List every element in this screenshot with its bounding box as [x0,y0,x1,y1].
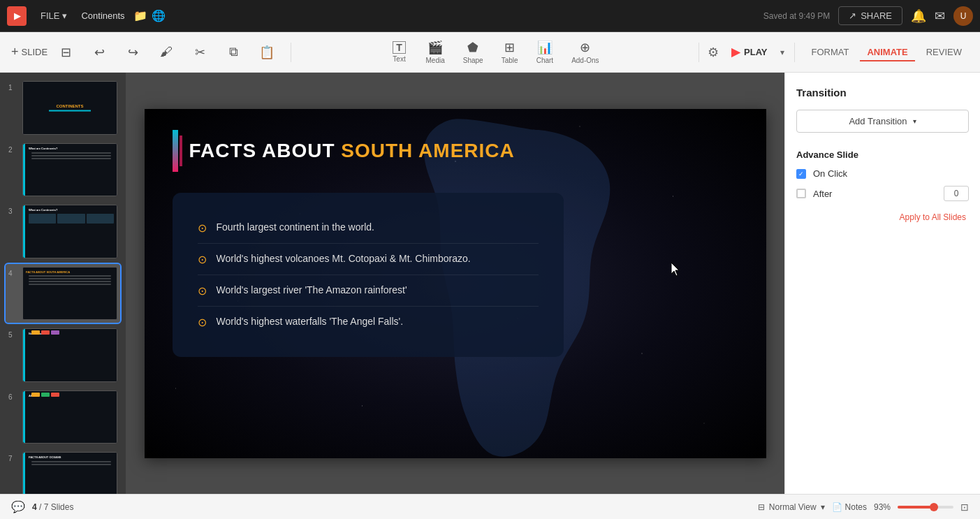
slide-image: CONTINENTS [22,81,117,135]
addons-tool[interactable]: ⊕ Add-Ons [564,37,606,67]
file-label: FILE [41,10,59,21]
file-menu[interactable]: FILE ▾ [35,8,73,24]
add-slide-button[interactable]: + [11,45,19,59]
bottom-bar: 💬 4 / 7 Slides ⊟ Normal View ▾ 📄 Notes 9… [0,494,980,519]
share-label: SHARE [861,10,892,21]
redo-icon: ↪ [128,45,138,60]
slide-thumbnail[interactable]: 2 What are Continents? [6,140,120,200]
after-checkbox[interactable] [796,189,806,198]
slide-number: 2 [8,146,18,154]
fact-item: ⊙ World's highest volcanoes Mt. Cotopaxi… [198,244,539,275]
text-tool[interactable]: T Text [384,37,415,67]
advance-slide-title: Advance Slide [796,149,969,160]
fact-item: ⊙ Fourth largest continent in the world. [198,212,539,244]
view-selector[interactable]: ⊟ Normal View ▾ [758,502,825,512]
copy-button[interactable]: ⧉ [218,42,249,62]
slide-image: What are Continents? [22,205,117,258]
slide-header: FACTS ABOUT SOUTH AMERICA [173,130,738,172]
grid-icon: ⊟ [61,45,71,60]
review-tab[interactable]: REVIEW [919,44,969,61]
globe-icon[interactable]: 🌐 [152,9,166,22]
redo-button[interactable]: ↪ [117,42,148,63]
slide-image: FACTS ABOUT OCEANS [22,452,117,494]
cut-button[interactable]: ✂ [184,42,215,63]
fact-bullet: ⊙ [198,221,207,235]
slide-thumbnail[interactable]: 5 North America [6,326,120,385]
app-logo: ▶ [7,6,27,26]
fact-text: World's largest river 'The Amazon rainfo… [217,284,407,298]
chart-icon: 📊 [537,40,553,55]
right-panel: Transition Add Transition ▾ Advance Slid… [784,73,980,494]
slide-thumbnail[interactable]: 3 What are Continents? [6,202,120,261]
slide-thumbnail[interactable]: 1 CONTINENTS [6,78,120,138]
notification-icon[interactable]: 🔔 [911,8,926,24]
on-click-label: On Click [813,168,847,179]
zoom-slider[interactable] [898,506,953,509]
after-option: After [796,186,969,201]
canvas-area[interactable]: FACTS ABOUT SOUTH AMERICA ⊙ Fourth large… [126,73,784,494]
after-input[interactable] [944,186,969,201]
user-avatar[interactable]: U [953,6,973,26]
message-icon[interactable]: ✉ [935,8,945,24]
shape-tool[interactable]: ⬟ Shape [456,37,490,67]
view-dropdown-icon: ▾ [821,502,825,512]
add-transition-label: Add Transition [849,116,907,126]
table-label: Table [502,57,518,64]
chat-icon[interactable]: 💬 [11,500,25,513]
text-icon: T [393,41,406,54]
slide-image: FACTS ABOUT SOUTH AMERICA [22,267,117,321]
fact-bullet: ⊙ [198,316,207,329]
right-panel-body: Transition Add Transition ▾ Advance Slid… [785,73,980,494]
slide-number: 7 [8,455,18,462]
zoom-thumb[interactable] [930,503,938,511]
top-bar-icons: 📁 🌐 [133,9,166,22]
fact-text: World's highest volcanoes Mt. Cotopaxi &… [217,252,471,266]
zoom-percentage: 93% [874,502,891,512]
saved-status: Saved at 9:49 PM [763,11,830,21]
fact-item: ⊙ World's highest waterfalls 'The Angel … [198,307,539,337]
media-tool[interactable]: 🎬 Media [419,37,452,67]
apply-all-slides[interactable]: Apply to All Slides [796,212,969,222]
undo-button[interactable]: ↩ [84,42,115,63]
chart-tool[interactable]: 📊 Chart [529,37,560,67]
slide-number: 4 [8,270,18,277]
toolbar-separator-2 [699,43,699,62]
table-tool[interactable]: ⊞ Table [495,37,525,67]
slide-label: SLIDE [22,47,48,57]
paste-button[interactable]: 📋 [251,42,282,63]
on-click-checkbox[interactable]: ✓ [796,169,806,179]
table-icon: ⊞ [504,40,515,55]
cut-icon: ✂ [195,45,205,60]
slide-thumbnail[interactable]: 6 Africa [6,388,120,447]
grid-view-button[interactable]: ⊟ [50,42,81,63]
text-label: Text [393,55,405,63]
format-tab[interactable]: FORMAT [805,44,856,61]
slide-number: 1 [8,84,18,92]
after-label: After [813,189,832,199]
notes-button[interactable]: 📄 Notes [832,502,867,512]
slide-thumbnail[interactable]: 4 FACTS ABOUT SOUTH AMERICA [6,264,120,323]
fact-bullet: ⊙ [198,253,207,266]
view-label: Normal View [769,502,817,512]
paste-icon: 📋 [259,45,275,60]
toolbar-separator-3 [794,43,795,62]
play-dropdown-icon[interactable]: ▾ [780,47,784,57]
play-icon: ▶ [731,45,740,59]
share-button[interactable]: ↗ SHARE [838,6,902,25]
folder-icon[interactable]: 📁 [133,9,147,22]
copy-icon: ⧉ [229,45,238,59]
play-button[interactable]: ▶ PLAY [723,41,775,63]
fit-to-screen-icon[interactable]: ⊡ [960,502,969,513]
animate-tab[interactable]: ANIMATE [860,44,914,61]
format-painter-button[interactable]: 🖌 [151,42,182,62]
add-transition-button[interactable]: Add Transition ▾ [796,110,969,133]
main-content: 1 CONTINENTS 2 What are Cont [0,73,980,494]
slide-panel: 1 CONTINENTS 2 What are Cont [0,73,126,494]
slide-thumbnail[interactable]: 7 FACTS ABOUT OCEANS [6,449,120,494]
notes-label: Notes [845,502,867,512]
fact-text: World's highest waterfalls 'The Angel Fa… [217,315,404,329]
fact-bullet: ⊙ [198,284,207,298]
settings-icon[interactable]: ⚙ [708,45,719,60]
slide-number: 5 [8,331,18,339]
toolbar-right: ⚙ ▶ PLAY ▾ FORMAT ANIMATE REVIEW [708,41,969,63]
